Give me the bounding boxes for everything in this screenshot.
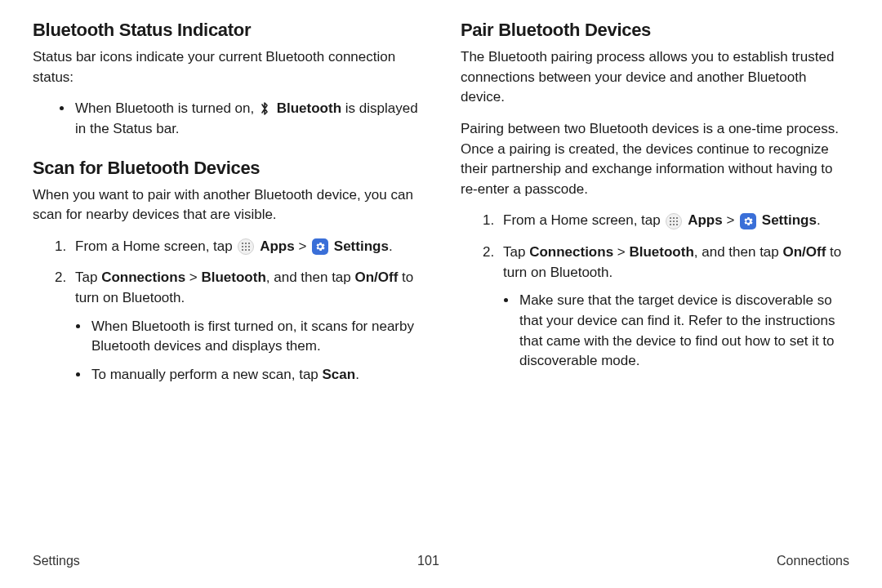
svg-point-11 [676,217,678,219]
caret: > [613,244,629,260]
caret: > [723,212,738,228]
pair-p2: Pairing between two Bluetooth devices is… [461,119,849,200]
section-pair: Pair Bluetooth Devices The Bluetooth pai… [461,20,849,372]
text-fragment: To manually perform a new scan, tap [91,367,323,382]
apps-label: Apps [688,212,723,228]
bluetooth-label: Bluetooth [629,244,693,260]
heading-scan: Scan for Bluetooth Devices [33,158,421,179]
pair-steps: From a Home screen, tap Apps > Settings.… [461,211,849,371]
footer-left: Settings [33,554,80,568]
heading-pair: Pair Bluetooth Devices [461,20,849,41]
scan-sub-2: To manually perform a new scan, tap Scan… [90,365,421,385]
settings-label: Settings [762,212,817,228]
page-number: 101 [417,554,439,568]
caret: > [295,238,310,254]
text-fragment: Tap [75,270,101,285]
bt-status-bullets: When Bluetooth is turned on, Bluetooth i… [33,99,421,139]
svg-point-13 [673,220,675,222]
two-column-layout: Bluetooth Status Indicator Status bar ic… [33,20,849,397]
text-fragment: , and then tap [694,244,783,260]
scan-steps: From a Home screen, tap Apps > Settings.… [33,237,421,385]
text-fragment: . [389,238,393,254]
scan-sub-1: When Bluetooth is first turned on, it sc… [90,317,421,357]
svg-point-12 [670,220,671,222]
text-fragment: From a Home screen, tap [503,212,664,228]
scan-step-1: From a Home screen, tap Apps > Settings. [70,237,421,257]
text-fragment: When Bluetooth is turned on, [75,100,258,116]
intro-bt-status: Status bar icons indicate your current B… [33,47,421,87]
svg-point-9 [670,217,671,219]
apps-icon [238,238,254,255]
intro-scan: When you want to pair with another Bluet… [33,185,421,225]
svg-point-7 [245,249,247,251]
svg-point-16 [673,224,675,225]
connections-label: Connections [101,270,185,285]
right-column: Pair Bluetooth Devices The Bluetooth pai… [461,20,849,397]
pair-p1: The Bluetooth pairing process allows you… [461,47,849,108]
svg-point-5 [248,246,250,247]
bluetooth-label: Bluetooth [277,100,341,116]
bt-status-bullet: When Bluetooth is turned on, Bluetooth i… [74,99,421,139]
scan-label: Scan [323,367,356,382]
svg-point-8 [248,249,250,251]
bluetooth-icon [260,101,271,116]
text-fragment: , and then tap [266,270,355,285]
bluetooth-label: Bluetooth [201,270,265,285]
text-fragment: . [355,367,359,382]
scan-step-2-subbullets: When Bluetooth is first turned on, it sc… [75,317,421,385]
settings-icon [312,238,328,255]
pair-step-1: From a Home screen, tap Apps > Settings. [498,211,849,231]
svg-point-10 [673,217,675,219]
caret: > [185,270,201,285]
onoff-label: On/Off [783,244,826,260]
svg-point-2 [248,243,250,244]
section-bt-status: Bluetooth Status Indicator Status bar ic… [33,20,421,140]
scan-step-2: Tap Connections > Bluetooth, and then ta… [70,268,421,385]
apps-label: Apps [260,238,295,254]
page-footer: Settings 101 Connections [33,554,849,568]
pair-step-2-subbullets: Make sure that the target device is disc… [503,291,849,372]
svg-point-1 [245,243,247,244]
svg-point-0 [242,243,243,244]
text-fragment: From a Home screen, tap [75,238,236,254]
svg-point-17 [676,224,678,225]
connections-label: Connections [529,244,613,260]
svg-point-6 [242,249,243,251]
footer-right: Connections [777,554,849,568]
svg-point-14 [676,220,678,222]
heading-bt-status: Bluetooth Status Indicator [33,20,421,41]
pair-step-2: Tap Connections > Bluetooth, and then ta… [498,243,849,372]
onoff-label: On/Off [355,270,399,285]
pair-sub-1: Make sure that the target device is disc… [518,291,849,372]
left-column: Bluetooth Status Indicator Status bar ic… [33,20,421,397]
section-scan: Scan for Bluetooth Devices When you want… [33,158,421,385]
svg-point-3 [242,246,243,247]
settings-icon [740,213,756,229]
settings-label: Settings [334,238,389,254]
apps-icon [666,213,682,229]
svg-point-4 [245,246,247,247]
text-fragment: Tap [503,244,529,260]
svg-point-15 [670,224,671,225]
text-fragment: . [817,212,821,228]
